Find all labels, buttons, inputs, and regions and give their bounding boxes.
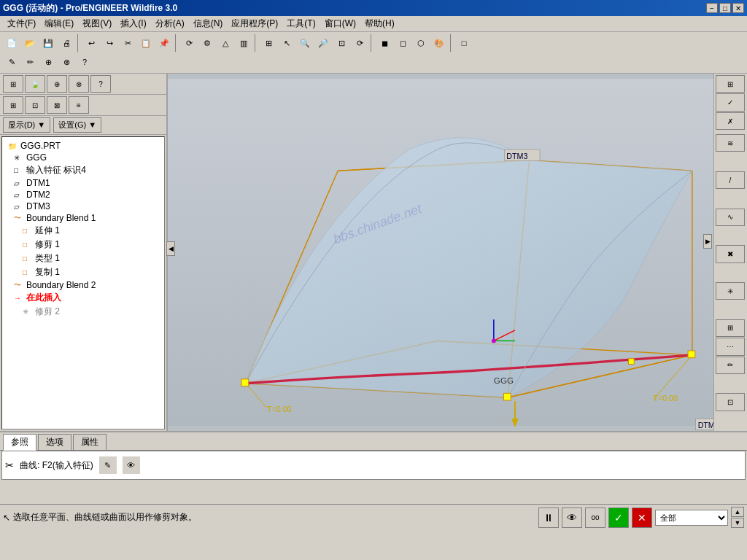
tb-undo[interactable]: ↩: [82, 34, 100, 52]
tree-item-dtm1[interactable]: ▱ DTM1: [2, 177, 164, 189]
panel-btn-ctrl1[interactable]: ⊞: [3, 96, 23, 114]
tb-feat[interactable]: ⚙: [198, 34, 216, 52]
rt-star2[interactable]: [716, 300, 745, 318]
maximize-button[interactable]: □: [719, 3, 731, 13]
eye-btn[interactable]: 👁: [562, 508, 582, 528]
tb2-1[interactable]: ✎: [3, 53, 20, 71]
tb-b3[interactable]: △: [217, 34, 234, 52]
tree-item-dtm2[interactable]: ▱ DTM2: [2, 189, 164, 201]
menu-help[interactable]: 帮助(H): [360, 16, 399, 31]
tab-references[interactable]: 参照: [3, 434, 36, 451]
tree-item-bb2[interactable]: 〜 Boundary Blend 2: [2, 279, 164, 291]
confirm-btn[interactable]: ✓: [608, 508, 629, 528]
rt-dots[interactable]: ⋯: [716, 338, 745, 355]
tb-select[interactable]: ↖: [278, 34, 295, 52]
rt-cross[interactable]: [716, 264, 745, 281]
close-button[interactable]: ✕: [732, 3, 744, 13]
display-dropdown[interactable]: 显示(D) ▼: [3, 117, 50, 133]
rt-view2[interactable]: ✓: [716, 93, 745, 111]
full-dropdown[interactable]: 全部: [655, 510, 728, 526]
menu-view[interactable]: 视图(V): [78, 16, 116, 31]
panel-btn-leaf[interactable]: 🍃: [25, 75, 45, 93]
panel-btn-plus[interactable]: ⊕: [47, 75, 67, 93]
tb-redo[interactable]: ↪: [101, 34, 118, 52]
edit-icon[interactable]: ✎: [99, 456, 117, 474]
tb-cut[interactable]: ✂: [119, 34, 136, 52]
menu-analysis[interactable]: 分析(A): [151, 16, 189, 31]
tree-item-dtm3[interactable]: ▱ DTM3: [2, 201, 164, 212]
tb-save[interactable]: 💾: [39, 34, 57, 52]
model-tree[interactable]: 📁 GGG.PRT ✳ GGG □ 输入特征 标识4 ▱ DTM1 ▱ DTM2…: [1, 136, 165, 429]
tb-new[interactable]: 📄: [3, 34, 20, 52]
tb-wire[interactable]: ◻: [394, 34, 411, 52]
menu-window[interactable]: 窗口(W): [320, 16, 360, 31]
cancel-btn[interactable]: ✕: [632, 508, 652, 528]
view-icon[interactable]: 👁: [123, 456, 140, 474]
tb-hidden[interactable]: ⬡: [412, 34, 430, 52]
minimize-button[interactable]: −: [706, 3, 718, 13]
rt-xmark[interactable]: ✖: [716, 245, 745, 262]
scroll-up-btn[interactable]: ▲: [731, 507, 744, 517]
rt-star[interactable]: ✳: [716, 282, 745, 300]
menu-insert[interactable]: 插入(I): [116, 16, 150, 31]
tb-spin[interactable]: ⟳: [351, 34, 368, 52]
rt-copy2[interactable]: [716, 412, 745, 429]
menu-app[interactable]: 应用程序(P): [227, 16, 282, 31]
tb-color[interactable]: 🎨: [430, 34, 448, 52]
tb2-2[interactable]: ✏: [21, 53, 39, 71]
tab-attributes[interactable]: 属性: [73, 434, 107, 450]
rt-pen2[interactable]: [716, 375, 745, 392]
tb-zoom-in[interactable]: 🔍: [296, 34, 314, 52]
rt-shade2[interactable]: [716, 152, 745, 170]
tb-regen[interactable]: ⟳: [180, 34, 198, 52]
panel-btn-help[interactable]: ?: [90, 75, 111, 93]
tree-item-extend1[interactable]: □ 延伸 1: [2, 224, 164, 238]
tb-shade[interactable]: ◼: [376, 34, 393, 52]
scroll-down-btn[interactable]: ▼: [731, 518, 744, 528]
rt-pen[interactable]: ✏: [716, 357, 745, 374]
tb-zoom-out[interactable]: 🔎: [314, 34, 332, 52]
rt-curve2[interactable]: [716, 227, 745, 244]
rt-copy[interactable]: ⊡: [716, 393, 745, 411]
rt-line2[interactable]: [716, 190, 745, 207]
panel-collapse-arrow[interactable]: ◀: [166, 241, 175, 256]
tree-item-insert[interactable]: → 在此插入: [2, 291, 164, 305]
tb-paste[interactable]: 📌: [155, 34, 173, 52]
panel-btn-ctrl2[interactable]: ⊡: [25, 96, 45, 114]
tb2-4[interactable]: ⊗: [58, 53, 75, 71]
tree-item-copy1[interactable]: □ 复制 1: [2, 265, 164, 279]
tb-print[interactable]: 🖨: [58, 34, 75, 52]
tree-item-trim1[interactable]: □ 修剪 1: [2, 238, 164, 252]
tree-item-trim2[interactable]: ✳ 修剪 2: [2, 305, 164, 319]
menu-file[interactable]: 文件(F): [3, 16, 40, 31]
rt-line1[interactable]: /: [716, 171, 745, 189]
tree-item-root[interactable]: 📁 GGG.PRT: [2, 140, 164, 152]
viewport-collapse-right[interactable]: ▶: [703, 234, 712, 249]
tb-copy[interactable]: 📋: [137, 34, 155, 52]
tree-item-ggg[interactable]: ✳ GGG: [2, 152, 164, 163]
rt-grid[interactable]: ⊞: [716, 319, 745, 337]
menu-edit[interactable]: 编辑(E): [40, 16, 78, 31]
rt-view3[interactable]: ✗: [716, 112, 745, 130]
tree-item-type1[interactable]: □ 类型 1: [2, 252, 164, 265]
tb-fit[interactable]: ⊡: [333, 34, 350, 52]
panel-btn-x[interactable]: ⊗: [69, 75, 89, 93]
tb-open[interactable]: 📂: [21, 34, 39, 52]
tb-b4[interactable]: ▥: [235, 34, 252, 52]
tree-item-bb1[interactable]: 〜 Boundary Blend 1: [2, 212, 164, 224]
rt-view1[interactable]: ⊞: [716, 75, 745, 93]
viewport[interactable]: DTM3 DTM2 DTM2 GGG T=0.00 T=0.00: [168, 74, 713, 431]
menu-info[interactable]: 信息(N): [189, 16, 228, 31]
panel-btn-ctrl3[interactable]: ⊠: [47, 96, 67, 114]
rt-curve1[interactable]: ∿: [716, 209, 745, 226]
tree-item-input[interactable]: □ 输入特征 标识4: [2, 163, 164, 177]
menu-tools[interactable]: 工具(T): [282, 16, 320, 31]
tab-options[interactable]: 选项: [38, 434, 71, 450]
tb2-3[interactable]: ⊕: [39, 53, 57, 71]
settings-dropdown[interactable]: 设置(G) ▼: [53, 117, 101, 133]
pause-btn[interactable]: ⏸: [538, 508, 559, 528]
rt-shade1[interactable]: ≋: [716, 134, 745, 152]
panel-btn-ctrl4[interactable]: ≡: [69, 96, 89, 114]
tb-b10[interactable]: □: [455, 34, 473, 52]
tb2-5[interactable]: ?: [76, 53, 93, 71]
